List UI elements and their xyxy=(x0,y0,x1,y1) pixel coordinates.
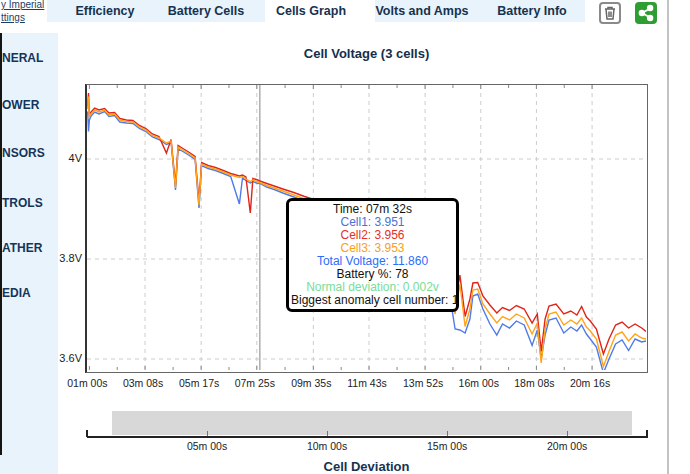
x-tick-label: 16m 00s xyxy=(459,377,499,389)
range-tick-label: 15m 00s xyxy=(427,440,467,452)
chart-hover-tooltip: Time: 07m 32s Cell1: 3.951 Cell2: 3.956 … xyxy=(286,198,459,312)
trash-icon xyxy=(601,4,619,22)
x-tick-label: 07m 25s xyxy=(235,377,275,389)
range-tick-label: 20m 00s xyxy=(547,440,587,452)
range-tick xyxy=(567,431,568,436)
sidebar-item-media[interactable]: EDIA xyxy=(2,286,31,300)
page-scrollbar[interactable] xyxy=(667,0,669,474)
range-tick xyxy=(327,431,328,436)
share-button[interactable] xyxy=(635,2,657,24)
y-tick-label: 3.8V xyxy=(48,252,82,264)
sidebar-item-power[interactable]: OWER xyxy=(2,98,39,112)
y-tick-label: 4V xyxy=(48,152,82,164)
x-tick-label: 20m 16s xyxy=(570,377,610,389)
x-tick-label: 13m 52s xyxy=(403,377,443,389)
x-tick-label: 03m 08s xyxy=(123,377,163,389)
next-chart-title: Cell Deviation xyxy=(85,459,648,474)
sidebar-item-weather[interactable]: ATHER xyxy=(2,241,42,255)
tooltip-anomaly: Biggest anomaly cell number: 1 xyxy=(291,294,454,307)
trash-button[interactable] xyxy=(599,2,621,24)
x-tick-label: 05m 17s xyxy=(179,377,219,389)
share-icon xyxy=(635,2,657,24)
range-axis-left-cap xyxy=(86,430,88,437)
sidebar-item-general[interactable]: NERAL xyxy=(2,51,43,65)
range-tick-label: 10m 00s xyxy=(307,440,347,452)
chart-title: Cell Voltage (3 cells) xyxy=(85,46,648,61)
x-tick-label: 09m 35s xyxy=(291,377,331,389)
imperial-link[interactable]: y Imperial xyxy=(1,0,44,10)
battery-app-window: y Imperial ttings Efficiency Battery Cel… xyxy=(0,0,690,474)
tab-volts-and-amps[interactable]: Volts and Amps xyxy=(375,0,468,22)
tab-battery-cells[interactable]: Battery Cells xyxy=(168,0,244,22)
range-tick xyxy=(447,431,448,436)
tab-battery-info[interactable]: Battery Info xyxy=(497,0,566,22)
x-tick-label: 01m 00s xyxy=(67,377,107,389)
range-tick xyxy=(207,431,208,436)
x-axis-labels: 01m 00s03m 08s05m 17s07m 25s09m 35s11m 4… xyxy=(85,377,648,391)
range-axis-line xyxy=(87,436,648,438)
range-tick-label: 05m 00s xyxy=(187,440,227,452)
x-tick-label: 18m 08s xyxy=(514,377,554,389)
tab-cells-graph[interactable]: Cells Graph xyxy=(276,0,346,22)
sidebar-item-controls[interactable]: TROLS xyxy=(2,196,43,210)
range-axis-right-cap xyxy=(646,430,648,437)
settings-link[interactable]: ttings xyxy=(1,12,25,23)
sidebar-item-sensors[interactable]: NSORS xyxy=(2,146,45,160)
range-selector-band[interactable] xyxy=(112,411,632,435)
x-tick-label: 11m 43s xyxy=(347,377,387,389)
y-tick-label: 3.6V xyxy=(48,352,82,364)
tab-efficiency[interactable]: Efficiency xyxy=(75,0,134,22)
